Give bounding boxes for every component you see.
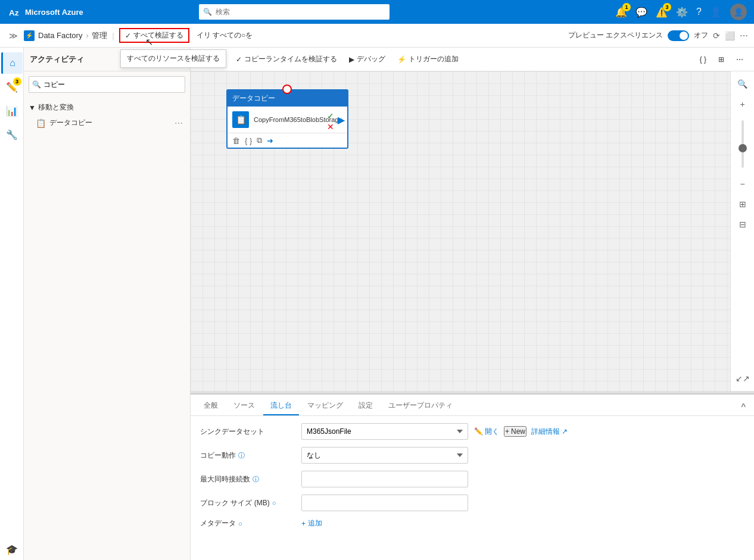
debug-button[interactable]: ▶ デバッグ: [344, 52, 390, 67]
settings-button[interactable]: ⚙️: [676, 7, 688, 18]
node-copy-icon[interactable]: ⧉: [257, 136, 262, 145]
pipeline-canvas[interactable]: データコピー 📋 CopyFromM365toBlobStorage ✓ ✕ ▶…: [191, 71, 730, 391]
code-view-button[interactable]: { }: [695, 53, 711, 66]
help-button[interactable]: ?: [696, 7, 702, 17]
account-button[interactable]: 👤: [710, 7, 722, 18]
add-trigger-button[interactable]: ⚡ トリガーの追加: [392, 52, 463, 67]
grid-toggle-button[interactable]: ⊟: [734, 215, 752, 233]
search-icon: 🔍: [203, 8, 212, 16]
max-connections-info-icon[interactable]: ⓘ: [253, 475, 259, 484]
zoom-slider[interactable]: [741, 120, 744, 168]
nav2-right: プレビュー エクスペリエンス オフ ⟳ ⬜ ⋯: [568, 30, 748, 41]
copy-action-select[interactable]: なし フラット化 マージ: [301, 447, 468, 464]
refresh-button[interactable]: ⟳: [713, 31, 720, 40]
block-size-row: ブロック サイズ (MB) ○: [200, 495, 744, 511]
grid-view-button[interactable]: ⊞: [714, 53, 729, 66]
zoom-knob[interactable]: [739, 144, 747, 152]
validate-all-button[interactable]: ✓ すべて検証する すべてのリソースを検証する ↖: [119, 28, 189, 43]
top-navbar: Az Microsoft Azure 🔍 🔔 1 💬 ⚠️ 3 ⚙️ ? 👤 👤: [0, 0, 754, 24]
second-navbar: ≫ ⚡ Data Factory › 管理 | ✓ すべて検証する すべてのリソ…: [0, 24, 754, 48]
max-connections-label-text: 最大同時接続数: [200, 474, 250, 484]
collapse-button[interactable]: ≫: [6, 29, 20, 43]
minus-icon: −: [740, 179, 744, 189]
tab-settings[interactable]: 設定: [351, 397, 380, 415]
canvas-search-icon: 🔍: [737, 79, 747, 89]
monitor-button[interactable]: 📊: [1, 100, 23, 121]
canvas-container: ✓ 検証 ✓ コピーランタイムを検証する ▶ デバッグ ⚡ トリガーの追加 { …: [191, 48, 754, 560]
zoom-out-button[interactable]: −: [734, 175, 752, 193]
zoom-in-button[interactable]: +: [734, 95, 752, 113]
df-name: Data Factory: [38, 31, 82, 40]
checkmark-icon: ✓: [125, 32, 131, 40]
section-header-move[interactable]: ▼ 移動と変換: [24, 100, 190, 115]
tab-general[interactable]: 全般: [197, 397, 225, 415]
max-connections-input[interactable]: [301, 471, 468, 487]
toolbar-more-button[interactable]: ⋯: [731, 53, 748, 66]
avatar[interactable]: 👤: [730, 4, 747, 20]
section-label: 移動と変換: [38, 102, 74, 112]
detail-button[interactable]: 詳細情報 ↗: [531, 427, 568, 437]
sink-dataset-select[interactable]: M365JsonFile: [301, 423, 468, 440]
metadata-label-text: メタデータ: [200, 518, 236, 528]
tab-user-properties[interactable]: ユーザープロパティ: [381, 397, 460, 415]
fullscreen-button[interactable]: ⬜: [725, 31, 735, 40]
pencil-edit-icon: ✏️: [474, 427, 483, 436]
search-input[interactable]: [199, 4, 390, 20]
node-delete-icon[interactable]: 🗑: [232, 136, 240, 145]
edit-dataset-button[interactable]: ✏️ 開く: [474, 427, 499, 437]
tab-sink[interactable]: 流し台: [263, 397, 299, 415]
activities-search[interactable]: 🔍: [29, 76, 185, 93]
search-bar[interactable]: 🔍: [199, 4, 390, 20]
more-options-button[interactable]: ⋯: [740, 31, 748, 40]
copy-action-control[interactable]: なし フラット化 マージ: [301, 447, 468, 464]
lightning-icon: ⚡: [397, 55, 406, 64]
pencil-button[interactable]: ✏️ 3: [1, 76, 23, 98]
max-connections-row: 最大同時接続数 ⓘ: [200, 471, 744, 487]
left-icon-bar: ⌂ ✏️ 3 📊 🔧 🎓: [0, 48, 24, 560]
copy-runtime-label: コピーランタイムを検証する: [244, 54, 337, 64]
data-copy-item[interactable]: 📋 データコピー ⋯: [24, 115, 190, 131]
node-top-connector: [282, 85, 292, 94]
fit-screen-button[interactable]: ⊞: [734, 195, 752, 213]
preview-toggle[interactable]: [668, 30, 689, 41]
tab-source[interactable]: ソース: [226, 397, 262, 415]
manage-button[interactable]: 🔧: [1, 124, 23, 145]
metadata-info-icon[interactable]: ○: [238, 520, 242, 527]
debug-label: デバッグ: [357, 54, 385, 64]
top-nav-icons: 🔔 1 💬 ⚠️ 3 ⚙️ ? 👤 👤: [615, 4, 747, 20]
home-button[interactable]: ⌂: [1, 52, 23, 74]
metadata-control[interactable]: + 追加: [301, 518, 468, 528]
copy-action-info-icon[interactable]: ⓘ: [238, 451, 245, 460]
block-size-label: ブロック サイズ (MB) ○: [200, 498, 295, 508]
edit-badge: 3: [13, 77, 21, 86]
max-connections-control[interactable]: [301, 471, 468, 487]
notification-button[interactable]: 🔔 1: [615, 7, 627, 18]
copy-action-label-text: コピー動作: [200, 450, 236, 461]
copy-action-row: コピー動作 ⓘ なし フラット化 マージ: [200, 447, 744, 464]
plus-new-icon: +: [505, 427, 509, 436]
block-size-info-icon[interactable]: ○: [272, 499, 276, 506]
new-dataset-button[interactable]: + New: [504, 426, 526, 437]
sink-dataset-control[interactable]: M365JsonFile: [301, 423, 468, 440]
block-size-control[interactable]: [301, 495, 468, 511]
node-x-icon: ✕: [327, 122, 334, 132]
validate-copy-runtime-button[interactable]: ✓ コピーランタイムを検証する: [231, 52, 342, 67]
block-size-input[interactable]: [301, 495, 468, 511]
activities-search-input[interactable]: [29, 76, 185, 93]
bottom-panel: 全般 ソース 流し台 マッピング 設定 ユーザープロパティ ^ シンクデータセッ…: [191, 393, 754, 560]
learn-button[interactable]: 🎓: [1, 539, 23, 560]
grid-icon: ⊟: [739, 220, 746, 229]
add-metadata-button[interactable]: + 追加: [301, 518, 322, 528]
data-copy-node[interactable]: データコピー 📋 CopyFromM365toBlobStorage ✓ ✕ ▶…: [226, 89, 348, 149]
azure-logo: Az Microsoft Azure: [7, 5, 83, 19]
collapse-canvas-button[interactable]: ↙↗: [734, 370, 752, 387]
alerts-button[interactable]: ⚠️ 3: [656, 7, 668, 18]
feedback-button[interactable]: 💬: [635, 7, 647, 18]
tab-mapping[interactable]: マッピング: [300, 397, 350, 415]
max-connections-label: 最大同時接続数 ⓘ: [200, 474, 295, 484]
canvas-search-button[interactable]: 🔍: [734, 75, 752, 93]
panel-collapse-button[interactable]: ^: [739, 400, 748, 415]
node-code-icon[interactable]: { }: [245, 136, 252, 145]
metadata-row: メタデータ ○ + 追加: [200, 518, 744, 528]
node-navigate-icon[interactable]: ➜: [267, 136, 273, 145]
